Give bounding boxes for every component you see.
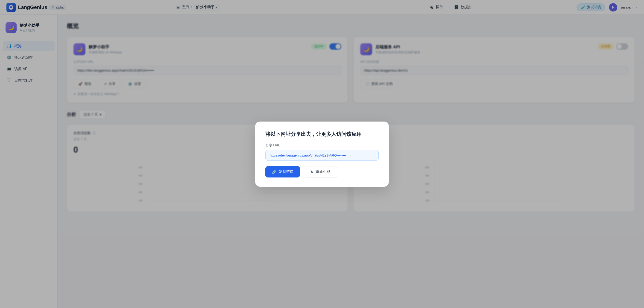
modal-overlay[interactable]: 将以下网址分享出去，让更多人访问该应用 分享 URL https://dev.l…: [0, 0, 644, 308]
regen-label: 重新生成: [316, 170, 330, 174]
modal-url[interactable]: https://dev.langgenius.app/chat/sVEzSVjR…: [266, 150, 378, 161]
modal-url-label: 分享 URL: [266, 143, 378, 148]
copy-icon: 🔗: [272, 170, 276, 174]
share-modal: 将以下网址分享出去，让更多人访问该应用 分享 URL https://dev.l…: [255, 122, 389, 187]
regenerate-button[interactable]: ↻ 重新生成: [304, 166, 337, 178]
modal-title: 将以下网址分享出去，让更多人访问该应用: [266, 131, 378, 138]
copy-label: 复制链接: [279, 170, 294, 174]
copy-link-button[interactable]: 🔗 复制链接: [266, 166, 300, 178]
regen-icon: ↻: [310, 170, 313, 174]
modal-actions: 🔗 复制链接 ↻ 重新生成: [266, 166, 378, 178]
